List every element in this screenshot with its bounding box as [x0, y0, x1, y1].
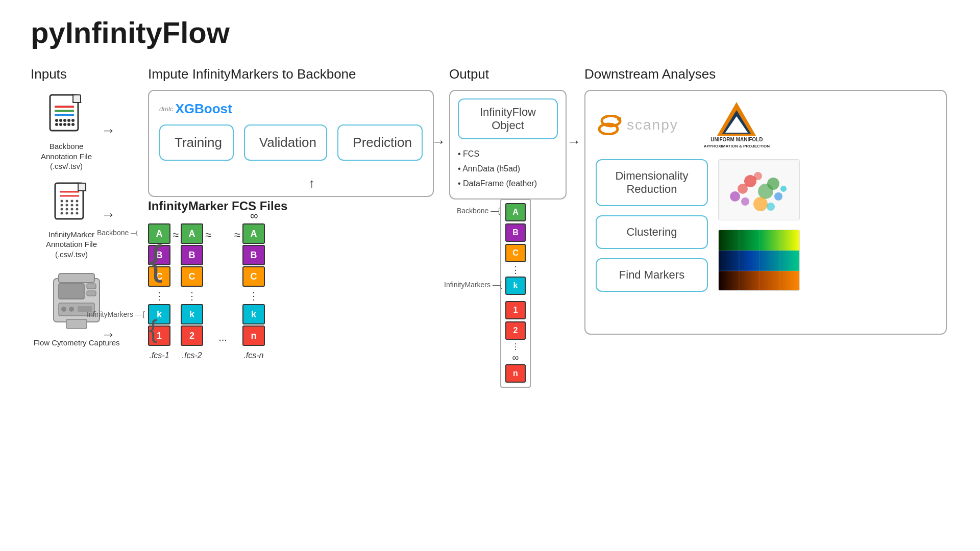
svg-point-32 — [76, 208, 78, 210]
svg-rect-41 — [87, 291, 96, 296]
svg-point-56 — [754, 172, 762, 180]
svg-point-34 — [65, 212, 68, 214]
svg-point-13 — [63, 123, 66, 126]
svg-point-24 — [76, 199, 78, 202]
infinity-flow-object: InfinityFlowObject — [458, 98, 558, 139]
out-cell-2: 2 — [505, 321, 526, 340]
svg-point-8 — [63, 119, 66, 122]
svg-point-55 — [738, 184, 748, 194]
svg-rect-38 — [59, 273, 94, 283]
app-title: pyInfinityFlow — [31, 15, 230, 49]
downstream-label: Downstream Analyses — [584, 66, 952, 82]
svg-point-49 — [617, 117, 621, 121]
svg-point-21 — [60, 199, 63, 202]
find-markers-btn[interactable]: Find Markers — [596, 258, 708, 292]
arrow-output-to-downstream: → — [567, 134, 581, 150]
fcs-column-n: A B C ⋮ k n .fcs-n — [242, 223, 265, 360]
cell-a-n: A — [242, 223, 265, 244]
inputs-label: Inputs — [31, 66, 122, 82]
output-list: FCS AnnData (h5ad) DataFrame (feather) — [458, 147, 558, 191]
prediction-box: Prediction — [337, 124, 423, 161]
cell-2-2: 2 — [181, 325, 203, 346]
svg-point-28 — [76, 204, 78, 206]
infinitymarkers-brace-label: InfinityMarkers —{ — [87, 310, 145, 318]
out-cell-b: B — [505, 223, 526, 242]
svg-rect-46 — [66, 319, 87, 329]
arrow-backbone-to-impute: → — [101, 122, 115, 139]
out-cell-1: 1 — [505, 301, 526, 319]
xgboost-label: XGBoost — [175, 101, 232, 117]
out-cell-n: n — [505, 364, 526, 383]
svg-point-61 — [741, 197, 749, 206]
out-cell-c: C — [505, 244, 526, 262]
svg-point-59 — [774, 192, 782, 201]
svg-point-27 — [70, 204, 73, 206]
svg-point-29 — [60, 208, 63, 210]
analyses-buttons: DimensionalityReduction Clustering Find … — [596, 159, 708, 292]
cell-c-n: C — [242, 266, 265, 287]
output-label: Output — [449, 66, 572, 82]
infinity-symbol: ∞ — [250, 209, 258, 222]
validation-box: Validation — [244, 124, 328, 161]
backbone-file-icon: Backbone Annotation File (.csv/.tsv) — [31, 92, 102, 171]
svg-point-14 — [67, 123, 70, 126]
clustering-btn[interactable]: Clustering — [596, 215, 708, 249]
svg-point-43 — [61, 307, 66, 312]
out-cell-k: k — [505, 277, 526, 295]
svg-point-12 — [59, 123, 62, 126]
out-cell-a: A — [505, 203, 526, 221]
fcs-label-2: .fcs-2 — [182, 351, 202, 360]
downstream-section: Downstream Analyses scanpy — [584, 66, 952, 335]
svg-point-60 — [730, 191, 740, 202]
output-infinitymarkers-label: InfinityMarkers —{ — [444, 281, 502, 289]
svg-point-11 — [55, 123, 58, 126]
svg-rect-2 — [73, 95, 81, 103]
scanpy-text: scanpy — [627, 117, 678, 133]
approx-3: ≈ — [232, 224, 242, 246]
impute-box: dmlc XGBoost Training Validation Predict… — [148, 90, 434, 197]
cell-k-n: k — [242, 304, 265, 324]
svg-point-33 — [60, 212, 63, 214]
heatmap-img — [718, 230, 800, 291]
output-section: Output InfinityFlowObject FCS AnnData (h… — [449, 66, 572, 199]
analysis-images — [718, 159, 936, 292]
scanpy-logo: scanpy — [596, 115, 678, 135]
svg-point-44 — [69, 307, 74, 312]
approx-1: ≈ — [170, 224, 181, 246]
arrow-cytometer-to-impute: → — [101, 327, 115, 343]
cell-c-2: C — [181, 266, 203, 287]
backbone-brace-label: Backbone —{ — [97, 229, 138, 237]
fcs-column-2: A B C ⋮ k 2 .fcs-2 — [181, 223, 203, 360]
impute-label: Impute InfinityMarkers to Backbone — [148, 66, 439, 82]
downstream-box: scanpy UNIFORM MANIFOLDAPPROXIMATION & P… — [584, 90, 947, 335]
svg-rect-18 — [78, 183, 86, 191]
svg-point-9 — [67, 119, 70, 122]
svg-rect-40 — [87, 284, 96, 289]
umap-logo: UNIFORM MANIFOLDAPPROXIMATION & PROJECTI… — [704, 101, 770, 149]
svg-point-7 — [59, 119, 62, 122]
training-box: Training — [159, 124, 234, 161]
impute-section: Impute InfinityMarkers to Backbone dmlc … — [148, 66, 439, 197]
svg-point-26 — [65, 204, 68, 206]
svg-point-23 — [70, 199, 73, 202]
umap-text: UNIFORM MANIFOLDAPPROXIMATION & PROJECTI… — [704, 137, 770, 149]
fcs-label-n: .fcs-n — [243, 351, 263, 360]
output-dataframe: DataFrame (feather) — [458, 177, 558, 191]
output-backbone-label: Backbone —{ — [457, 207, 500, 215]
svg-point-25 — [60, 204, 63, 206]
fcs-title: InfinityMarker FCS Files — [148, 199, 439, 213]
cell-a-2: A — [181, 223, 203, 244]
svg-point-30 — [65, 208, 68, 210]
cell-k-2: k — [181, 304, 203, 324]
cell-b-2: B — [181, 245, 203, 265]
svg-point-58 — [767, 178, 779, 190]
analyses-grid: DimensionalityReduction Clustering Find … — [596, 159, 936, 292]
svg-point-64 — [780, 186, 787, 192]
fcs-dots-col: ··· — [213, 223, 232, 345]
svg-rect-39 — [59, 284, 84, 299]
svg-point-62 — [753, 197, 768, 211]
svg-point-6 — [55, 119, 58, 122]
dimensionality-reduction-btn[interactable]: DimensionalityReduction — [596, 159, 708, 206]
fcs-label-1: .fcs-1 — [149, 351, 169, 360]
cell-n-n: n — [242, 325, 265, 346]
